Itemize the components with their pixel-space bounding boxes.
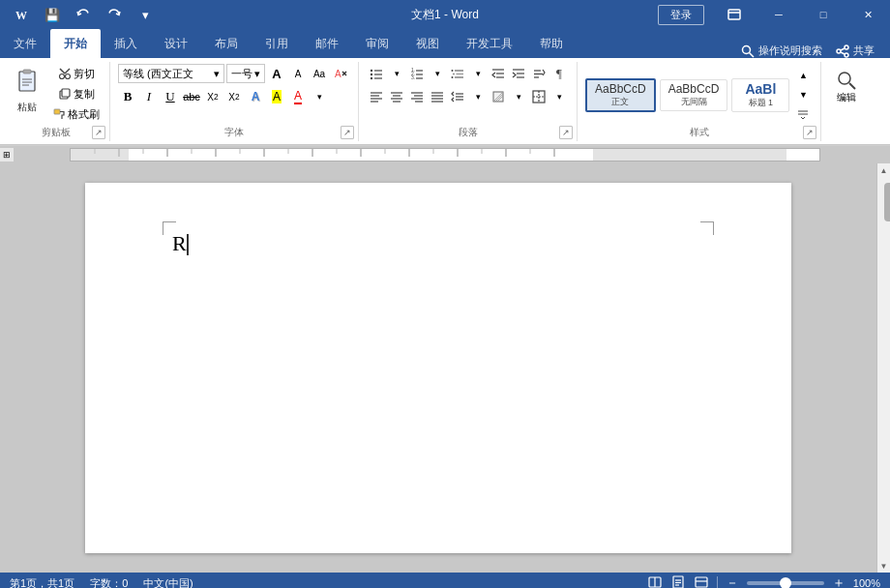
save-button[interactable]: 💾 [39, 1, 66, 28]
bullets-dropdown[interactable]: ▾ [387, 64, 406, 83]
underline-button[interactable]: U [161, 87, 180, 106]
format-label: 格式刷 [68, 107, 100, 122]
line-spacing-button[interactable] [448, 87, 467, 106]
vertical-scrollbar[interactable]: ▲ ▼ [876, 163, 890, 573]
numbering-dropdown[interactable]: ▾ [428, 64, 447, 83]
align-center-button[interactable] [387, 87, 406, 106]
cut-button[interactable]: 剪切 [48, 64, 104, 83]
style-no-spacing[interactable]: AaBbCcD 无间隔 [660, 79, 728, 111]
styles-scroll-down[interactable]: ▼ [793, 85, 813, 104]
font-name-select[interactable]: 等线 (西文正文 ▾ [118, 64, 224, 83]
ribbon-toggle-button[interactable] [712, 0, 756, 29]
shading-button[interactable] [489, 87, 508, 106]
borders-button[interactable] [529, 87, 549, 106]
zoom-slider-thumb[interactable] [780, 577, 791, 588]
scroll-up-button[interactable]: ▲ [877, 163, 891, 177]
tab-home[interactable]: 开始 [50, 29, 101, 58]
change-case-button[interactable]: Aa [310, 64, 329, 83]
search-placeholder: 操作说明搜索 [758, 44, 822, 58]
font-format-row: B I U abc X2 X2 A A A ▾ [118, 87, 350, 106]
qat-dropdown[interactable]: ▾ [132, 1, 159, 28]
style-heading1[interactable]: AaBl 标题 1 [731, 78, 789, 112]
ruler-toggle[interactable]: ⊞ [0, 148, 14, 162]
font-expand[interactable]: ↗ [341, 126, 354, 139]
view-read-button[interactable] [647, 574, 663, 588]
shrink-font-button[interactable]: A [288, 64, 308, 83]
tab-mailings[interactable]: 邮件 [302, 29, 352, 58]
shading-dropdown[interactable]: ▾ [509, 87, 528, 106]
maximize-button[interactable]: □ [801, 0, 846, 29]
style-normal[interactable]: AaBbCcD 正文 [585, 78, 656, 112]
paragraph-group: ▾ 1. 2. 3. ▾ [359, 62, 578, 141]
undo-button[interactable] [70, 1, 97, 28]
tab-view[interactable]: 视图 [402, 29, 453, 58]
superscript-button[interactable]: X2 [224, 87, 244, 106]
svg-point-8 [845, 53, 848, 57]
document-area[interactable]: R [0, 163, 876, 573]
share-button[interactable]: 共享 [828, 44, 882, 58]
text-effect-button[interactable]: A [246, 87, 265, 106]
font-color-button[interactable]: A [288, 87, 308, 106]
highlight-button[interactable]: A [267, 87, 286, 106]
zoom-in-button[interactable]: ＋ [832, 574, 846, 588]
tab-developer[interactable]: 开发工具 [453, 29, 526, 58]
font-group: 等线 (西文正文 ▾ 一号 ▾ A A Aa A [110, 62, 359, 141]
minimize-button[interactable]: ─ [756, 0, 801, 29]
tab-help[interactable]: 帮助 [526, 29, 577, 58]
view-web-button[interactable] [694, 574, 709, 588]
close-button[interactable]: ✕ [846, 0, 890, 29]
word-count: 字数：0 [90, 576, 128, 589]
tab-insert[interactable]: 插入 [101, 29, 151, 58]
multilevel-list-button[interactable] [448, 64, 467, 83]
grow-font-button[interactable]: A [267, 64, 286, 83]
tab-file[interactable]: 文件 [0, 29, 50, 58]
bold-button[interactable]: B [118, 87, 137, 106]
find-button[interactable]: 编辑 [829, 66, 864, 108]
show-marks-button[interactable]: ¶ [549, 64, 569, 83]
tab-design[interactable]: 设计 [151, 29, 201, 58]
increase-indent-button[interactable] [509, 64, 528, 83]
editing-group: 编辑 [821, 62, 872, 141]
clear-format-button[interactable]: A [331, 64, 350, 83]
subscript-button[interactable]: X2 [203, 87, 222, 106]
borders-dropdown[interactable]: ▾ [549, 87, 569, 106]
tab-references[interactable]: 引用 [252, 29, 302, 58]
zoom-out-button[interactable]: － [726, 574, 739, 588]
view-print-button[interactable] [670, 574, 686, 588]
font-size-select[interactable]: 一号 ▾ [226, 64, 265, 83]
format-painter-button[interactable]: 格式刷 [48, 104, 104, 124]
bullets-button[interactable] [367, 64, 386, 83]
document-text[interactable]: R [172, 233, 189, 255]
clipboard-label: 剪贴板 [42, 126, 71, 139]
numbering-button[interactable]: 1. 2. 3. [407, 64, 427, 83]
justify-button[interactable] [428, 87, 447, 106]
redo-button[interactable] [101, 1, 128, 28]
align-right-button[interactable] [407, 87, 427, 106]
paragraph-expand[interactable]: ↗ [559, 126, 573, 139]
svg-line-82 [849, 83, 855, 89]
styles-more[interactable] [793, 104, 813, 124]
main-area: R ▲ ▼ [0, 163, 890, 573]
svg-line-10 [841, 52, 845, 54]
line-spacing-dropdown[interactable]: ▾ [468, 87, 488, 106]
strikethrough-button[interactable]: abc [182, 87, 201, 106]
tab-review[interactable]: 审阅 [352, 29, 402, 58]
editing-label: 编辑 [837, 91, 856, 104]
font-color-dropdown[interactable]: ▾ [310, 87, 329, 106]
scroll-down-button[interactable]: ▼ [877, 559, 891, 573]
decrease-indent-button[interactable] [489, 64, 508, 83]
multilevel-dropdown[interactable]: ▾ [468, 64, 488, 83]
clipboard-expand[interactable]: ↗ [92, 126, 105, 139]
italic-button[interactable]: I [139, 87, 159, 106]
login-button[interactable]: 登录 [658, 5, 704, 25]
copy-button[interactable]: 复制 [48, 84, 104, 103]
zoom-slider[interactable] [747, 581, 824, 585]
para-align-row: ▾ ▾ [367, 87, 569, 106]
scroll-thumb[interactable] [884, 183, 891, 221]
sort-button[interactable] [529, 64, 549, 83]
tab-layout[interactable]: 布局 [201, 29, 252, 58]
paste-button[interactable]: 粘贴 [8, 64, 46, 118]
styles-scroll-up[interactable]: ▲ [793, 66, 813, 85]
align-left-button[interactable] [367, 87, 386, 106]
styles-expand[interactable]: ↗ [803, 126, 816, 139]
